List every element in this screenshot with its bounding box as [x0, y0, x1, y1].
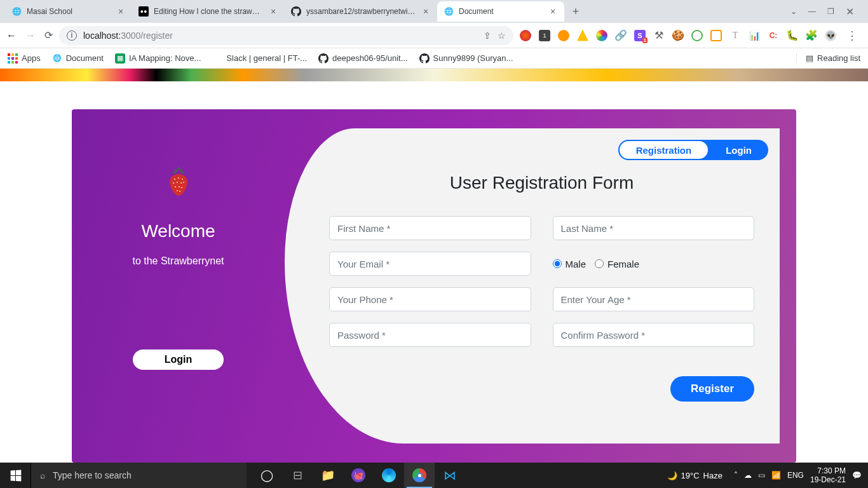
- browser-chrome: 🌐 Masai School × ●● Editing How I clone …: [0, 0, 868, 69]
- welcome-panel: Welcome to the Strawberrynet Login: [72, 109, 285, 463]
- tab-medium[interactable]: ●● Editing How I clone the strawberr ×: [132, 1, 285, 22]
- tab-strip: 🌐 Masai School × ●● Editing How I clone …: [0, 0, 868, 23]
- menu-button[interactable]: ⋮: [843, 29, 862, 43]
- svg-point-1: [178, 177, 179, 179]
- weather-icon: 🌙: [667, 471, 677, 480]
- ext-icon[interactable]: [596, 30, 607, 41]
- github-icon: [291, 6, 301, 17]
- tab-document[interactable]: 🌐 Document ×: [437, 1, 564, 22]
- extensions-icon[interactable]: 🧩: [806, 30, 817, 41]
- svg-point-4: [177, 182, 178, 183]
- weather-widget[interactable]: 🌙 19°C Haze: [667, 471, 722, 480]
- register-button[interactable]: Register: [670, 376, 754, 402]
- cortana-button[interactable]: ⊟: [282, 463, 313, 488]
- close-icon[interactable]: ×: [548, 6, 558, 17]
- page-viewport[interactable]: Welcome to the Strawberrynet Login Regis…: [0, 69, 868, 463]
- last-name-input[interactable]: [553, 216, 755, 240]
- edge-button[interactable]: [374, 463, 404, 488]
- explorer-button[interactable]: 📁: [313, 463, 343, 488]
- form-title: User Registration Form: [329, 173, 754, 193]
- weather-temp: 19°C: [681, 471, 700, 480]
- apps-button[interactable]: Apps: [8, 53, 41, 64]
- start-button[interactable]: [0, 463, 31, 488]
- github-icon: [419, 53, 430, 64]
- address-bar[interactable]: i localhost:3000/register ⇪ ☆: [59, 26, 513, 45]
- ext-icon[interactable]: T: [729, 30, 741, 41]
- phone-input[interactable]: [329, 287, 531, 311]
- ext-icon[interactable]: 📊: [749, 30, 760, 41]
- age-input[interactable]: [553, 287, 755, 311]
- battery-icon[interactable]: ▭: [758, 471, 765, 480]
- window-close-icon[interactable]: ✕: [846, 6, 854, 18]
- toolbar: ← → ⟳ i localhost:3000/register ⇪ ☆ 1 🔗 …: [0, 23, 868, 48]
- form-panel: Registration Login User Registration For…: [285, 128, 780, 444]
- clock[interactable]: 7:30 PM 19-Dec-21: [810, 466, 846, 485]
- tab-registration[interactable]: Registration: [618, 140, 710, 160]
- ext-icon[interactable]: 🐛: [787, 30, 798, 41]
- close-icon[interactable]: ×: [268, 6, 278, 17]
- svg-point-3: [173, 182, 174, 184]
- ext-icon[interactable]: [691, 30, 703, 41]
- wifi-icon[interactable]: 📶: [771, 471, 781, 480]
- reload-button[interactable]: ⟳: [44, 29, 53, 41]
- taskbar-search[interactable]: ⌕ Type here to search: [31, 463, 247, 488]
- banner-image: [0, 69, 868, 81]
- bookmark-document[interactable]: 🌐 Document: [52, 53, 104, 64]
- close-icon[interactable]: ×: [421, 6, 431, 17]
- bookmark-slack[interactable]: ❇ Slack | general | FT-...: [212, 53, 307, 64]
- tab-title: Masai School: [27, 7, 111, 16]
- login-button[interactable]: Login: [133, 349, 224, 370]
- confirm-password-input[interactable]: [553, 323, 755, 347]
- chevron-down-icon[interactable]: ⌄: [790, 7, 797, 16]
- reading-list-button[interactable]: ▤ Reading list: [796, 53, 860, 63]
- female-radio[interactable]: [595, 259, 604, 268]
- back-button[interactable]: ←: [6, 30, 17, 41]
- tab-title: Editing How I clone the strawberr: [154, 7, 263, 16]
- chrome-button[interactable]: [404, 463, 435, 488]
- vscode-button[interactable]: ⋈: [435, 463, 465, 488]
- email-input[interactable]: [329, 252, 531, 276]
- tab-masai[interactable]: 🌐 Masai School ×: [5, 1, 132, 22]
- bookmark-star-icon[interactable]: ☆: [498, 30, 506, 41]
- bookmark-deepesh[interactable]: deepesh06-95/unit...: [318, 53, 408, 64]
- ext-icon[interactable]: C:: [768, 30, 779, 41]
- ext-icon[interactable]: 1: [539, 30, 550, 41]
- ext-icon[interactable]: 🍪: [672, 30, 684, 41]
- form-toggle: Registration Login: [618, 140, 768, 160]
- first-name-input[interactable]: [329, 216, 531, 240]
- ext-icon[interactable]: S1: [634, 30, 646, 41]
- language-indicator[interactable]: ENG: [787, 471, 804, 480]
- ext-icon[interactable]: [520, 30, 531, 41]
- tab-github[interactable]: yssambare12/strawberrynetwithb ×: [285, 1, 437, 22]
- minimize-icon[interactable]: —: [808, 7, 816, 16]
- tray-chevron-icon[interactable]: ˄: [734, 471, 738, 480]
- ext-icon[interactable]: 🔗: [615, 30, 627, 41]
- tab-login[interactable]: Login: [709, 140, 768, 160]
- svg-point-9: [181, 187, 182, 188]
- password-input[interactable]: [329, 323, 531, 347]
- ext-icon[interactable]: [710, 30, 722, 41]
- globe-icon: 🌐: [444, 6, 454, 17]
- date-text: 19-Dec-21: [810, 475, 846, 484]
- bookmark-ia-mapping[interactable]: ▦ IA Mapping: Nove...: [115, 53, 201, 64]
- github-desktop-button[interactable]: 🐙: [343, 463, 374, 488]
- profile-icon[interactable]: 👽: [825, 30, 836, 41]
- list-icon: ▤: [806, 53, 813, 63]
- info-icon[interactable]: i: [67, 30, 77, 41]
- close-icon[interactable]: ×: [116, 6, 126, 17]
- maximize-icon[interactable]: ❐: [827, 7, 834, 16]
- new-tab-button[interactable]: +: [567, 3, 585, 20]
- ext-icon[interactable]: [577, 30, 588, 41]
- male-radio[interactable]: [553, 259, 562, 268]
- ext-icon[interactable]: [558, 30, 569, 41]
- notifications-icon[interactable]: 💬: [852, 471, 862, 480]
- svg-point-8: [179, 186, 180, 187]
- onedrive-icon[interactable]: ☁: [744, 471, 752, 480]
- task-view-button[interactable]: ◯: [252, 463, 282, 488]
- bookmark-sunny[interactable]: Sunny9899 (Suryan...: [419, 53, 513, 64]
- windows-icon: [10, 470, 21, 481]
- share-icon[interactable]: ⇪: [484, 30, 491, 41]
- female-label: Female: [607, 259, 639, 269]
- ext-icon[interactable]: ⚒: [653, 30, 665, 41]
- forward-button[interactable]: →: [25, 30, 36, 41]
